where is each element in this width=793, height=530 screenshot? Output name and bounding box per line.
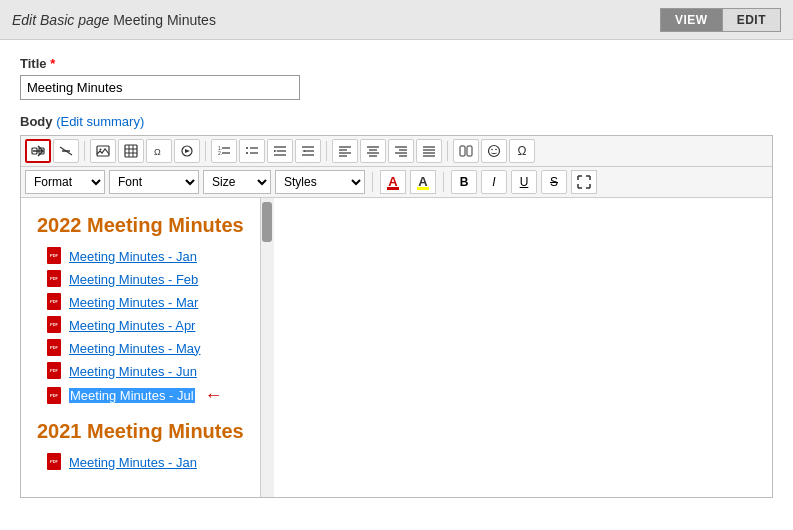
- block-quote-button[interactable]: [453, 139, 479, 163]
- editor-scrollbar[interactable]: [260, 198, 274, 497]
- editor-container: Ω 1.2.: [20, 135, 773, 498]
- italic-button[interactable]: I: [481, 170, 507, 194]
- unordered-list-button[interactable]: [239, 139, 265, 163]
- doc-link-jun-2022[interactable]: Meeting Minutes - Jun: [69, 364, 197, 379]
- sep3: [326, 141, 327, 161]
- indent-button[interactable]: [267, 139, 293, 163]
- header-bar: Edit Basic page Meeting Minutes VIEW EDI…: [0, 0, 793, 40]
- table-button[interactable]: [118, 139, 144, 163]
- strikethrough-button[interactable]: S: [541, 170, 567, 194]
- svg-point-17: [246, 152, 248, 154]
- bold-button[interactable]: B: [451, 170, 477, 194]
- required-marker: *: [50, 56, 55, 71]
- align-center-button[interactable]: [360, 139, 386, 163]
- styles-select[interactable]: Styles: [275, 170, 365, 194]
- list-item: Meeting Minutes - Mar: [47, 293, 244, 311]
- pdf-icon: [47, 387, 63, 405]
- doc-link-jan-2022[interactable]: Meeting Minutes - Jan: [69, 249, 197, 264]
- image-button[interactable]: [90, 139, 116, 163]
- svg-point-46: [495, 149, 497, 151]
- list-item: Meeting Minutes - Jan: [47, 453, 244, 471]
- omega-button[interactable]: Ω: [509, 139, 535, 163]
- link-button[interactable]: [25, 139, 51, 163]
- edit-button[interactable]: EDIT: [722, 8, 781, 32]
- doc-link-jul-2022[interactable]: Meeting Minutes - Jul: [69, 388, 195, 403]
- svg-point-16: [246, 147, 248, 149]
- font-color-button[interactable]: A: [380, 170, 406, 194]
- sep1: [84, 141, 85, 161]
- svg-text:Ω: Ω: [154, 147, 161, 157]
- sep2: [205, 141, 206, 161]
- pdf-icon: [47, 247, 63, 265]
- edit-summary-link[interactable]: (Edit summary): [56, 114, 144, 129]
- svg-point-44: [489, 146, 500, 157]
- arrow-indicator: ←: [205, 385, 223, 406]
- svg-point-45: [491, 149, 493, 151]
- align-right-button[interactable]: [388, 139, 414, 163]
- list-item: Meeting Minutes - Jan: [47, 247, 244, 265]
- svg-text:2.: 2.: [218, 150, 222, 156]
- font-select[interactable]: Font: [109, 170, 199, 194]
- section-2022-heading: 2022 Meeting Minutes: [37, 214, 244, 237]
- underline-button[interactable]: U: [511, 170, 537, 194]
- svg-rect-42: [460, 146, 465, 156]
- doc-link-may-2022[interactable]: Meeting Minutes - May: [69, 341, 201, 356]
- pdf-icon: [47, 362, 63, 380]
- doc-link-mar-2022[interactable]: Meeting Minutes - Mar: [69, 295, 198, 310]
- list-item: Meeting Minutes - Jul ←: [47, 385, 244, 406]
- sep5: [372, 172, 373, 192]
- svg-rect-5: [125, 145, 137, 157]
- list-item: Meeting Minutes - May: [47, 339, 244, 357]
- emoji-button[interactable]: [481, 139, 507, 163]
- bg-color-button[interactable]: A: [410, 170, 436, 194]
- svg-line-2: [60, 147, 72, 155]
- list-item: Meeting Minutes - Apr: [47, 316, 244, 334]
- page-title: Edit Basic page Meeting Minutes: [12, 12, 216, 28]
- size-select[interactable]: Size: [203, 170, 271, 194]
- header-buttons: VIEW EDIT: [660, 8, 781, 32]
- pdf-icon: [47, 270, 63, 288]
- list-item: Meeting Minutes - Jun: [47, 362, 244, 380]
- toolbar-row-2: Format Font Size Styles A: [21, 167, 772, 198]
- title-input[interactable]: [20, 75, 300, 100]
- pdf-icon: [47, 453, 63, 471]
- ordered-list-button[interactable]: 1.2.: [211, 139, 237, 163]
- sep4: [447, 141, 448, 161]
- title-label: Title *: [20, 56, 773, 71]
- main-content: Title * Body (Edit summary): [0, 40, 793, 514]
- page-wrapper: Edit Basic page Meeting Minutes VIEW EDI…: [0, 0, 793, 530]
- toolbar-row-1: Ω 1.2.: [21, 136, 772, 167]
- pdf-icon: [47, 316, 63, 334]
- list-item: Meeting Minutes - Feb: [47, 270, 244, 288]
- editor-wrapper: 2022 Meeting Minutes Meeting Minutes - J…: [21, 198, 772, 497]
- scrollbar-thumb: [262, 202, 272, 242]
- doc-link-jan-2021[interactable]: Meeting Minutes - Jan: [69, 455, 197, 470]
- format-select[interactable]: Format: [25, 170, 105, 194]
- sep6: [443, 172, 444, 192]
- view-button[interactable]: VIEW: [660, 8, 722, 32]
- svg-point-4: [100, 149, 102, 151]
- editor-body[interactable]: 2022 Meeting Minutes Meeting Minutes - J…: [21, 198, 260, 497]
- body-label: Body (Edit summary): [20, 114, 773, 129]
- align-justify-button[interactable]: [416, 139, 442, 163]
- svg-rect-43: [467, 146, 472, 156]
- unlink-button[interactable]: [53, 139, 79, 163]
- align-left-button[interactable]: [332, 139, 358, 163]
- outdent-button[interactable]: [295, 139, 321, 163]
- section-2022-list: Meeting Minutes - Jan Meeting Minutes - …: [47, 247, 244, 406]
- section-2021-list: Meeting Minutes - Jan: [47, 453, 244, 471]
- special-char-button[interactable]: Ω: [146, 139, 172, 163]
- doc-link-apr-2022[interactable]: Meeting Minutes - Apr: [69, 318, 195, 333]
- pdf-icon: [47, 293, 63, 311]
- doc-link-feb-2022[interactable]: Meeting Minutes - Feb: [69, 272, 198, 287]
- media-button[interactable]: [174, 139, 200, 163]
- fullscreen-button[interactable]: [571, 170, 597, 194]
- pdf-icon: [47, 339, 63, 357]
- section-2021-heading: 2021 Meeting Minutes: [37, 420, 244, 443]
